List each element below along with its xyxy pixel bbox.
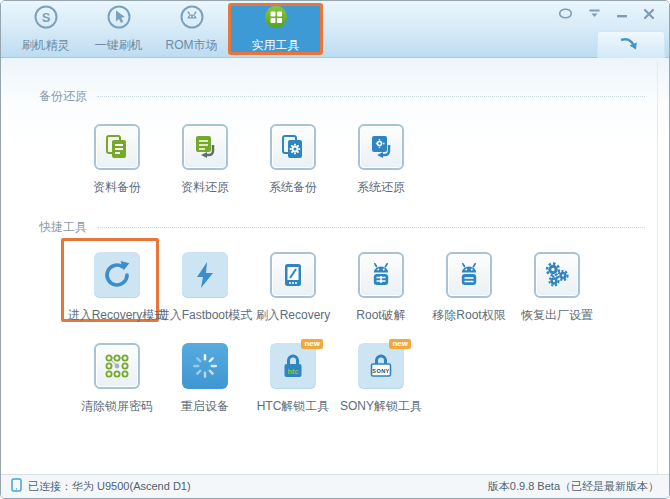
quick-tools-row-1: 进入Recovery模式 进入Fastboot模式 刷入Recovery Roo… — [73, 252, 601, 324]
tool-sony-unlock[interactable]: new SONY SONY解锁工具 — [337, 343, 425, 415]
system-backup-icon — [270, 124, 316, 170]
flash-recovery-phone-icon — [270, 252, 316, 298]
recovery-mode-icon — [94, 252, 140, 298]
titlebar-controls — [558, 8, 655, 20]
tool-enter-fastboot[interactable]: 进入Fastboot模式 — [161, 252, 249, 324]
tab-label: 实用工具 — [252, 37, 300, 54]
factory-reset-gears-icon — [534, 252, 580, 298]
tab-one-key-flash[interactable]: 一键刷机 — [82, 3, 155, 55]
svg-text:htc: htc — [287, 367, 298, 376]
tab-label: ROM市场 — [166, 37, 218, 54]
section-title: 备份还原 — [39, 88, 87, 105]
tool-label: 清除锁屏密码 — [81, 398, 153, 415]
tab-utilities-selected[interactable]: 实用工具 — [228, 3, 323, 55]
tool-root-crack[interactable]: Root破解 — [337, 252, 425, 324]
new-badge: new — [389, 339, 411, 349]
svg-text:S: S — [41, 10, 50, 25]
tool-flash-recovery[interactable]: 刷入Recovery — [249, 252, 337, 324]
tab-label: 一键刷机 — [95, 37, 143, 54]
close-icon[interactable] — [643, 8, 655, 20]
skin-menu-icon[interactable] — [588, 9, 601, 19]
svg-text:SONY: SONY — [372, 368, 389, 374]
fastboot-lightning-icon — [182, 252, 228, 298]
connection-status: 已连接：华为 U9500(Ascend D1) — [11, 478, 191, 496]
tool-label: 刷入Recovery — [256, 307, 331, 324]
tool-label: 资料还原 — [181, 179, 229, 196]
tool-data-backup[interactable]: 资料备份 — [73, 124, 161, 196]
tool-label: 重启设备 — [181, 398, 229, 415]
tool-label: Root破解 — [356, 307, 405, 324]
tool-label: 资料备份 — [93, 179, 141, 196]
app-window: S 刷机精灵 一键刷机 ROM市场 — [0, 0, 670, 499]
minimize-icon[interactable] — [616, 9, 628, 19]
sony-unlock-icon: new SONY — [358, 343, 404, 389]
tool-label: HTC解锁工具 — [257, 398, 330, 415]
version-text: 版本0.9.8 Beta（已经是最新版本） — [488, 479, 659, 494]
connection-text: 已连接：华为 U9500(Ascend D1) — [28, 479, 191, 494]
tool-label: SONY解锁工具 — [340, 398, 422, 415]
main-tabs: S 刷机精灵 一键刷机 ROM市场 — [9, 3, 323, 55]
section-divider — [97, 96, 645, 97]
feedback-icon[interactable] — [558, 8, 573, 20]
htc-unlock-icon: new htc — [270, 343, 316, 389]
phone-icon — [11, 478, 22, 496]
tool-system-backup[interactable]: 系统备份 — [249, 124, 337, 196]
quick-tools-row-2: 清除锁屏密码 重启设备 new htc HTC解锁工具 new SONY — [73, 343, 425, 415]
cursor-circle-icon — [106, 4, 132, 34]
tool-restart-device[interactable]: 重启设备 — [161, 343, 249, 415]
tool-label: 进入Recovery模式 — [68, 307, 167, 324]
section-divider — [97, 227, 645, 228]
top-navbar: S 刷机精灵 一键刷机 ROM市场 — [1, 1, 669, 58]
unroot-android-icon — [446, 252, 492, 298]
data-backup-icon — [94, 124, 140, 170]
section-quick-tools: 快捷工具 — [39, 219, 645, 236]
backup-tools-row: 资料备份 资料还原 系统备份 系统还原 — [73, 124, 425, 196]
new-badge: new — [301, 339, 323, 349]
green-grid-icon — [263, 4, 289, 34]
pattern-lock-icon — [94, 343, 140, 389]
tool-label: 进入Fastboot模式 — [158, 307, 253, 324]
tool-system-restore[interactable]: 系统还原 — [337, 124, 425, 196]
tab-label: 刷机精灵 — [22, 37, 70, 54]
tool-label: 移除Root权限 — [432, 307, 505, 324]
tool-label: 系统还原 — [357, 179, 405, 196]
tab-rom-market[interactable]: ROM市场 — [155, 3, 228, 55]
tool-factory-reset[interactable]: 恢复出厂设置 — [513, 252, 601, 324]
system-restore-icon — [358, 124, 404, 170]
curved-down-arrow-icon — [618, 35, 644, 57]
tool-label: 系统备份 — [269, 179, 317, 196]
root-android-icon — [358, 252, 404, 298]
tool-data-restore[interactable]: 资料还原 — [161, 124, 249, 196]
data-restore-icon — [182, 124, 228, 170]
section-backup-restore: 备份还原 — [39, 88, 645, 105]
collapse-panel-button[interactable] — [597, 31, 665, 60]
android-circle-icon — [179, 4, 205, 34]
utilities-panel: 备份还原 资料备份 资料还原 系统备份 — [1, 58, 669, 474]
tool-remove-root[interactable]: 移除Root权限 — [425, 252, 513, 324]
section-title: 快捷工具 — [39, 219, 87, 236]
shuaji-logo-icon: S — [33, 4, 59, 34]
tool-htc-unlock[interactable]: new htc HTC解锁工具 — [249, 343, 337, 415]
restart-spinner-icon — [182, 343, 228, 389]
tool-enter-recovery[interactable]: 进入Recovery模式 — [73, 252, 161, 324]
tab-shuaji-jingling[interactable]: S 刷机精灵 — [9, 3, 82, 55]
panel-edge-divider — [657, 61, 658, 474]
tool-label: 恢复出厂设置 — [521, 307, 593, 324]
status-bar: 已连接：华为 U9500(Ascend D1) 版本0.9.8 Beta（已经是… — [1, 474, 669, 498]
tool-clear-lockscreen[interactable]: 清除锁屏密码 — [73, 343, 161, 415]
